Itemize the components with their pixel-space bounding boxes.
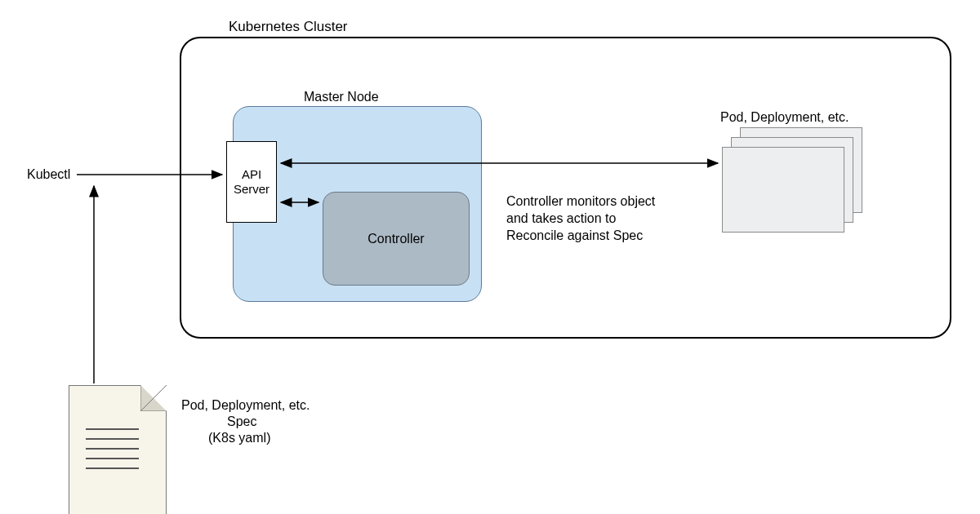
cluster-title: Kubernetes Cluster — [229, 19, 348, 35]
spec-doc-lines-icon — [86, 428, 139, 477]
pod-stack-card-front — [722, 147, 844, 233]
svg-line-2 — [140, 385, 167, 411]
spec-doc-fold-line — [140, 385, 167, 411]
controller-description: Controller monitors object and takes act… — [506, 193, 662, 244]
pods-deployment-label: Pod, Deployment, etc. — [720, 110, 849, 125]
spec-label-line2: Spec — [227, 414, 256, 429]
spec-label-line3: (K8s yaml) — [208, 431, 270, 445]
controller-label: Controller — [368, 232, 424, 246]
spec-label-line1: Pod, Deployment, etc. — [181, 398, 310, 413]
controller-box: Controller — [323, 192, 470, 286]
api-server-box: API Server — [226, 141, 277, 223]
kubectl-label: Kubectl — [27, 167, 70, 182]
api-server-label: API Server — [227, 167, 276, 197]
master-node-label: Master Node — [304, 90, 379, 104]
